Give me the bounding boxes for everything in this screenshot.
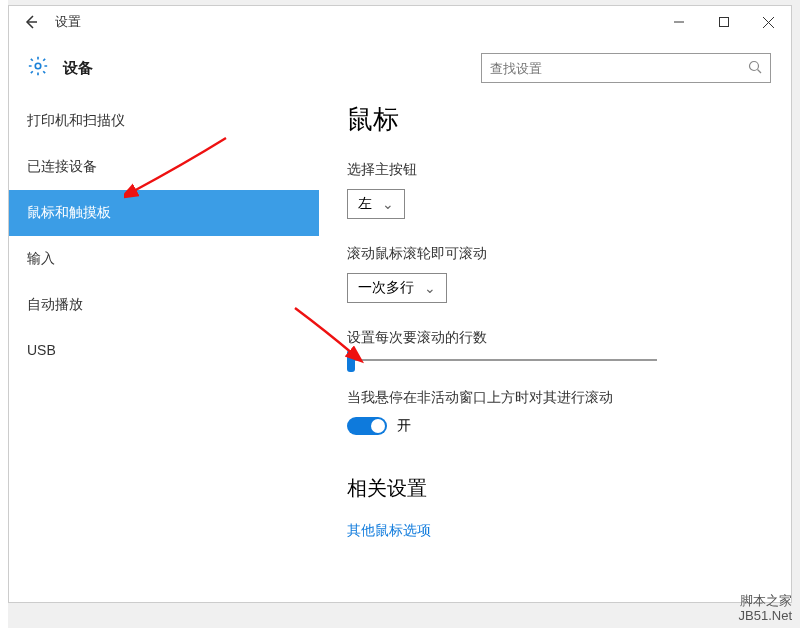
inactive-hover-label: 当我悬停在非活动窗口上方时对其进行滚动 [347, 389, 763, 407]
header-title: 设备 [63, 59, 93, 78]
select-value: 一次多行 [358, 279, 414, 297]
scroll-lines-slider[interactable] [347, 359, 657, 361]
sidebar-item-label: USB [27, 342, 56, 358]
content-pane: 鼠标 选择主按钮 左 ⌄ 滚动鼠标滚轮即可滚动 一次多行 ⌄ 设置每次要滚动的行… [319, 98, 791, 602]
svg-line-7 [758, 69, 762, 73]
primary-button-select[interactable]: 左 ⌄ [347, 189, 405, 219]
watermark: 脚本之家 JB51.Net [739, 593, 792, 624]
sidebar: 打印机和扫描仪 已连接设备 鼠标和触摸板 输入 自动播放 USB [9, 98, 319, 602]
sidebar-item-label: 已连接设备 [27, 158, 97, 174]
sidebar-item-connected-devices[interactable]: 已连接设备 [9, 144, 319, 190]
slider-thumb[interactable] [347, 350, 355, 372]
select-value: 左 [358, 195, 372, 213]
sidebar-item-label: 鼠标和触摸板 [27, 204, 111, 220]
toggle-state-label: 开 [397, 417, 411, 435]
primary-button-label: 选择主按钮 [347, 161, 763, 179]
sidebar-item-autoplay[interactable]: 自动播放 [9, 282, 319, 328]
related-heading: 相关设置 [347, 475, 763, 502]
page-title: 鼠标 [347, 102, 763, 137]
svg-point-6 [750, 61, 759, 70]
sidebar-item-label: 打印机和扫描仪 [27, 112, 125, 128]
inactive-hover-toggle[interactable] [347, 417, 387, 435]
svg-point-5 [35, 63, 41, 69]
toggle-knob [371, 419, 385, 433]
scroll-mode-select[interactable]: 一次多行 ⌄ [347, 273, 447, 303]
scroll-mode-label: 滚动鼠标滚轮即可滚动 [347, 245, 763, 263]
scroll-lines-label: 设置每次要滚动的行数 [347, 329, 763, 347]
close-button[interactable] [746, 6, 791, 38]
sidebar-item-label: 输入 [27, 250, 55, 266]
sidebar-item-typing[interactable]: 输入 [9, 236, 319, 282]
chevron-down-icon: ⌄ [414, 280, 436, 296]
minimize-button[interactable] [656, 6, 701, 38]
back-button[interactable] [9, 6, 53, 38]
chevron-down-icon: ⌄ [372, 196, 394, 212]
sidebar-item-mouse-touchpad[interactable]: 鼠标和触摸板 [9, 190, 319, 236]
window-title: 设置 [55, 13, 81, 31]
search-box[interactable] [481, 53, 771, 83]
search-input[interactable] [490, 61, 748, 76]
gear-icon [27, 55, 49, 82]
other-mouse-options-link[interactable]: 其他鼠标选项 [347, 522, 763, 540]
svg-rect-2 [719, 18, 728, 27]
search-icon [748, 60, 762, 77]
sidebar-item-usb[interactable]: USB [9, 328, 319, 372]
sidebar-item-label: 自动播放 [27, 296, 83, 312]
sidebar-item-printers[interactable]: 打印机和扫描仪 [9, 98, 319, 144]
maximize-button[interactable] [701, 6, 746, 38]
